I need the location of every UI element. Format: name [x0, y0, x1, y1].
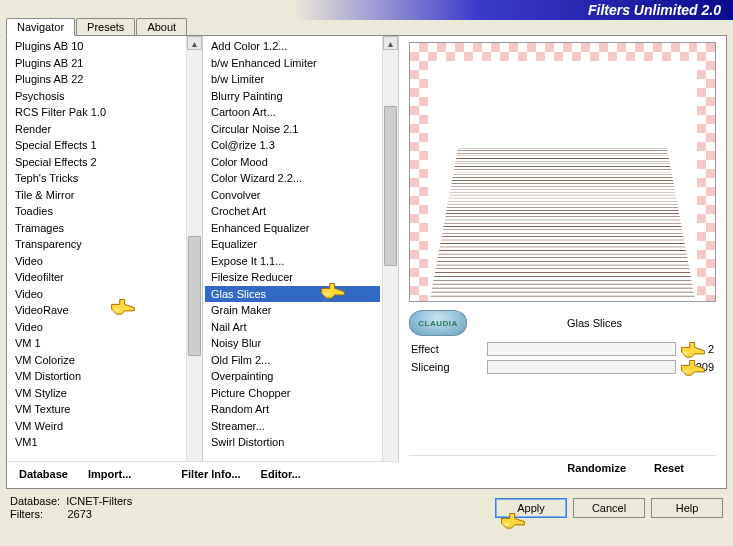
- list-item[interactable]: Video: [9, 253, 184, 270]
- preview-panel: CLAUDIA Glas Slices Effect2Sliceing209 R…: [399, 36, 726, 488]
- randomize-button[interactable]: Randomize: [563, 460, 630, 476]
- list-item[interactable]: Overpainting: [205, 368, 380, 385]
- tab-strip: Navigator Presets About: [0, 18, 733, 36]
- list-item[interactable]: Convolver: [205, 187, 380, 204]
- app-title: Filters Unlimited 2.0: [588, 2, 721, 18]
- list-item[interactable]: Old Film 2...: [205, 352, 380, 369]
- list-item[interactable]: Toadies: [9, 203, 184, 220]
- list-item[interactable]: Circular Noise 2.1: [205, 121, 380, 138]
- list-item[interactable]: Picture Chopper: [205, 385, 380, 402]
- list-item[interactable]: Tile & Mirror: [9, 187, 184, 204]
- scroll-up-icon[interactable]: ▴: [187, 36, 202, 50]
- list-item[interactable]: Psychosis: [9, 88, 184, 105]
- list-item[interactable]: Video: [9, 319, 184, 336]
- list-item[interactable]: Color Wizard 2.2...: [205, 170, 380, 187]
- filter-scrollbar[interactable]: ▴ ▾: [382, 36, 398, 488]
- list-item[interactable]: VM 1: [9, 335, 184, 352]
- list-item[interactable]: Plugins AB 22: [9, 71, 184, 88]
- list-item[interactable]: Crochet Art: [205, 203, 380, 220]
- apply-button[interactable]: Apply: [495, 498, 567, 518]
- list-item[interactable]: Videofilter: [9, 269, 184, 286]
- list-item[interactable]: VM Weird: [9, 418, 184, 435]
- slider-value: 209: [684, 361, 714, 373]
- main-panel: Plugins AB 10Plugins AB 21Plugins AB 22P…: [6, 35, 727, 489]
- tab-presets[interactable]: Presets: [76, 18, 135, 36]
- editor-button[interactable]: Editor...: [257, 466, 305, 482]
- list-item[interactable]: VM Distortion: [9, 368, 184, 385]
- list-item[interactable]: VM1: [9, 434, 184, 451]
- tab-navigator[interactable]: Navigator: [6, 18, 75, 36]
- slider-track[interactable]: [487, 360, 676, 374]
- title-bar: Filters Unlimited 2.0: [0, 0, 733, 20]
- scroll-thumb[interactable]: [188, 236, 201, 356]
- list-item[interactable]: b/w Enhanced Limiter: [205, 55, 380, 72]
- list-item[interactable]: Special Effects 1: [9, 137, 184, 154]
- preview-image: [409, 42, 716, 302]
- slider-row: Effect2: [409, 340, 716, 358]
- list-item[interactable]: VM Texture: [9, 401, 184, 418]
- author-badge: CLAUDIA: [409, 310, 467, 336]
- list-item[interactable]: Expose It 1.1...: [205, 253, 380, 270]
- list-item[interactable]: Streamer...: [205, 418, 380, 435]
- category-list: Plugins AB 10Plugins AB 21Plugins AB 22P…: [7, 36, 203, 488]
- import-button[interactable]: Import...: [84, 466, 135, 482]
- list-item[interactable]: VM Stylize: [9, 385, 184, 402]
- list-item[interactable]: VideoRave: [9, 302, 184, 319]
- slider-value: 2: [684, 343, 714, 355]
- list-item[interactable]: Special Effects 2: [9, 154, 184, 171]
- category-scrollbar[interactable]: ▴ ▾: [186, 36, 202, 488]
- scroll-thumb[interactable]: [384, 106, 397, 266]
- database-button[interactable]: Database: [15, 466, 72, 482]
- list-item[interactable]: Cartoon Art...: [205, 104, 380, 121]
- list-item[interactable]: Teph's Tricks: [9, 170, 184, 187]
- list-item[interactable]: Plugins AB 21: [9, 55, 184, 72]
- list-item[interactable]: Tramages: [9, 220, 184, 237]
- list-item[interactable]: Noisy Blur: [205, 335, 380, 352]
- list-item[interactable]: Nail Art: [205, 319, 380, 336]
- tab-about[interactable]: About: [136, 18, 187, 36]
- list-item[interactable]: Glas Slices: [205, 286, 380, 303]
- slider-row: Sliceing209: [409, 358, 716, 376]
- category-list-body[interactable]: Plugins AB 10Plugins AB 21Plugins AB 22P…: [7, 36, 186, 488]
- slider-label: Sliceing: [411, 361, 479, 373]
- list-item[interactable]: Plugins AB 10: [9, 38, 184, 55]
- footer-db-label: Database:: [10, 495, 60, 507]
- list-item[interactable]: Swirl Distortion: [205, 434, 380, 451]
- list-item[interactable]: Color Mood: [205, 154, 380, 171]
- list-item[interactable]: Random Art: [205, 401, 380, 418]
- list-item[interactable]: Filesize Reducer: [205, 269, 380, 286]
- slider-track[interactable]: [487, 342, 676, 356]
- list-item[interactable]: RCS Filter Pak 1.0: [9, 104, 184, 121]
- list-item[interactable]: b/w Limiter: [205, 71, 380, 88]
- footer: Database: ICNET-Filters Filters: 2673 Ap…: [0, 489, 733, 526]
- list-item[interactable]: Col@rize 1.3: [205, 137, 380, 154]
- help-button[interactable]: Help: [651, 498, 723, 518]
- bottom-button-row: Database Import... Filter Info... Editor…: [7, 461, 399, 488]
- footer-filters-label: Filters:: [10, 508, 43, 520]
- list-item[interactable]: Transparency: [9, 236, 184, 253]
- footer-filters-value: 2673: [67, 508, 91, 520]
- filter-info-button[interactable]: Filter Info...: [177, 466, 244, 482]
- list-item[interactable]: Render: [9, 121, 184, 138]
- preview-filter-name: Glas Slices: [473, 317, 716, 329]
- scroll-up-icon[interactable]: ▴: [383, 36, 398, 50]
- footer-db-value: ICNET-Filters: [66, 495, 132, 507]
- list-item[interactable]: Grain Maker: [205, 302, 380, 319]
- list-item[interactable]: VM Colorize: [9, 352, 184, 369]
- list-item[interactable]: Blurry Painting: [205, 88, 380, 105]
- list-item[interactable]: Video: [9, 286, 184, 303]
- reset-button[interactable]: Reset: [650, 460, 688, 476]
- slider-label: Effect: [411, 343, 479, 355]
- filter-list-body[interactable]: Add Color 1.2...b/w Enhanced Limiterb/w …: [203, 36, 382, 488]
- list-item[interactable]: Enhanced Equalizer: [205, 220, 380, 237]
- cancel-button[interactable]: Cancel: [573, 498, 645, 518]
- list-item[interactable]: Equalizer: [205, 236, 380, 253]
- preview-button-row: Randomize Reset: [409, 455, 716, 482]
- filter-list: Add Color 1.2...b/w Enhanced Limiterb/w …: [203, 36, 399, 488]
- list-item[interactable]: Add Color 1.2...: [205, 38, 380, 55]
